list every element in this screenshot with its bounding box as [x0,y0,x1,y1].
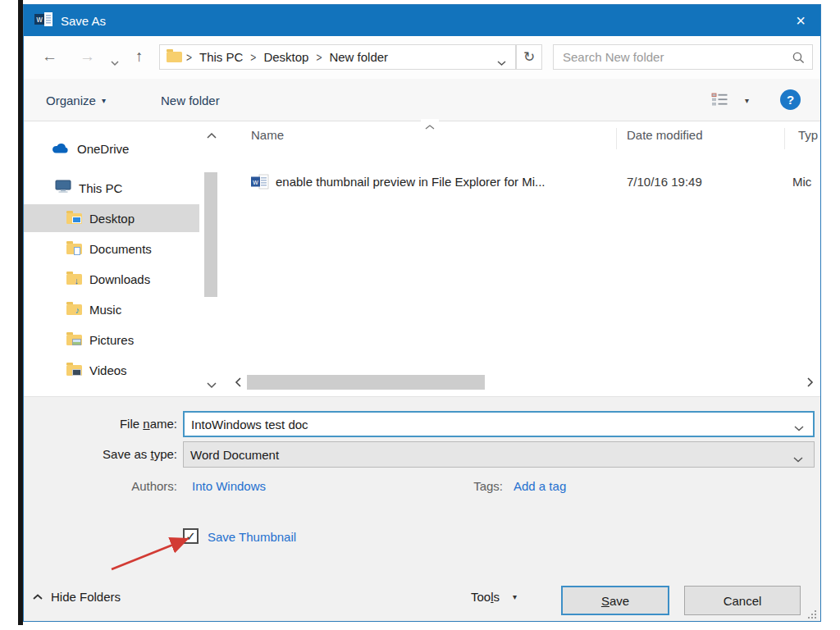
sidebar-scroll-down-icon[interactable] [206,377,217,392]
column-separator[interactable] [616,128,617,149]
folder-icon [167,52,182,62]
refresh-button[interactable]: ↻ [516,44,542,70]
titlebar: w Save As × [24,5,820,36]
folder-documents-icon [66,244,82,254]
tags-add-link[interactable]: Add a tag [514,479,566,493]
hscroll-right-icon[interactable] [806,377,814,391]
sidebar-item-label: Downloads [89,272,150,286]
sidebar-item-this-pc[interactable]: This PC [24,174,199,202]
bottom-panel: File name: Save as type: Word Document A… [24,396,820,622]
close-button[interactable]: × [781,5,820,36]
this-pc-icon [55,180,71,196]
sidebar-item-desktop[interactable]: Desktop [24,204,199,232]
details-view-icon[interactable] [711,93,728,110]
breadcrumb-separator: > [246,50,260,65]
breadcrumb-separator: > [182,50,196,65]
sort-direction-icon[interactable] [421,119,439,134]
file-row[interactable]: w enable thumbnail preview in File Explo… [239,167,821,195]
word-document-icon: w [251,174,269,189]
search-box[interactable] [553,44,813,70]
svg-text:w: w [35,15,43,24]
help-button[interactable]: ? [780,89,801,110]
new-folder-button[interactable]: New folder [161,79,220,121]
svg-text:w: w [252,177,258,185]
column-separator[interactable] [784,128,785,149]
search-input[interactable] [561,49,788,65]
hscroll-left-icon[interactable] [235,377,242,391]
folder-music-icon: ♪ [66,304,82,315]
organize-button[interactable]: Organize ▾ [46,79,106,121]
breadcrumb[interactable]: > This PC > Desktop > New folder [159,44,516,70]
save-button[interactable]: Save [561,586,669,615]
column-header-date-modified[interactable]: Date modified [627,128,703,142]
sidebar-item-downloads[interactable]: ↓ Downloads [24,265,199,293]
breadcrumb-item-new-folder[interactable]: New folder [326,50,391,64]
breadcrumb-separator: > [312,50,326,65]
onedrive-icon [50,141,70,157]
sidebar-item-pictures[interactable]: Pictures [24,326,199,354]
tools-caret-icon: ▾ [513,592,517,601]
sidebar-item-label: Pictures [89,333,134,347]
organize-caret-icon: ▾ [102,96,106,105]
folder-downloads-icon: ↓ [66,274,82,285]
screenshot-root: w Save As × ← → ↑ > This PC > Desktop [0,0,840,630]
new-folder-label: New folder [161,94,220,107]
authors-value-link[interactable]: Into Windows [192,479,266,493]
file-name-dropdown-chevron-icon[interactable] [793,421,805,436]
folder-videos-icon [66,365,82,376]
sidebar-item-label: This PC [79,181,122,195]
search-icon[interactable] [792,51,806,68]
save-as-type-label: Save as type: [24,441,177,468]
hscrollbar-thumb[interactable] [247,375,485,390]
save-as-type-chevron-icon [792,452,804,466]
window-title: Save As [61,14,106,28]
file-type-cell: Mic [792,175,811,189]
sidebar-scrollbar-thumb[interactable] [204,172,217,297]
save-as-type-value: Word Document [190,448,279,462]
sidebar-item-onedrive[interactable]: OneDrive [24,135,199,162]
column-header-name[interactable]: Name [251,128,284,142]
save-thumbnail-checkbox[interactable]: ✓ [183,528,199,544]
word-app-icon: w [34,11,54,30]
recent-locations-chevron-icon[interactable] [110,49,120,74]
navigation-bar: ← → ↑ > This PC > Desktop > New folder [24,36,820,79]
sidebar-item-music[interactable]: ♪ Music [24,295,199,323]
tools-label: Tools [471,590,500,604]
command-toolbar: Organize ▾ New folder ▾ ? [24,79,820,121]
breadcrumb-item-desktop[interactable]: Desktop [260,50,312,64]
resize-grip[interactable] [808,610,816,619]
sidebar-item-label: OneDrive [77,142,129,156]
file-name-label: File name: [24,411,177,437]
sidebar-item-label: Videos [89,363,127,377]
sidebar-item-label: Documents [89,242,152,256]
forward-button[interactable]: → [80,44,95,69]
hide-folders-button[interactable]: Hide Folders [32,590,121,604]
file-name-input[interactable] [183,411,815,437]
sidebar-item-videos[interactable]: Videos [24,356,199,384]
sidebar-item-label: Desktop [89,212,135,226]
back-button[interactable]: ← [42,44,57,69]
breadcrumb-dropdown-chevron-icon[interactable] [496,55,507,70]
cancel-label: Cancel [724,594,762,608]
folder-desktop-icon [66,213,82,224]
sidebar-scroll-up-icon[interactable] [206,128,217,143]
file-name-cell: enable thumbnail preview in File Explore… [276,175,545,189]
breadcrumb-item-this-pc[interactable]: This PC [196,50,246,64]
up-button[interactable]: ↑ [135,44,144,69]
save-thumbnail-label[interactable]: Save Thumbnail [208,530,296,544]
tools-dropdown[interactable]: Tools ▾ [471,590,517,604]
tags-label: Tags: [467,479,503,493]
checkmark-icon: ✓ [185,530,196,542]
authors-label: Authors: [24,476,177,497]
save-as-dialog: w Save As × ← → ↑ > This PC > Desktop [23,4,821,622]
sidebar-item-documents[interactable]: Documents [24,235,199,262]
sidebar-item-label: Music [89,303,121,317]
view-options-caret-icon[interactable]: ▾ [745,96,749,105]
column-header-type[interactable]: Typ [798,128,818,142]
cancel-button[interactable]: Cancel [684,586,801,615]
chevron-up-icon [32,593,43,600]
content-area: OneDrive This PC Desktop Documents [24,121,820,396]
file-date-cell: 7/10/16 19:49 [627,175,702,189]
organize-label: Organize [46,94,96,107]
save-as-type-select[interactable]: Word Document [183,441,815,468]
